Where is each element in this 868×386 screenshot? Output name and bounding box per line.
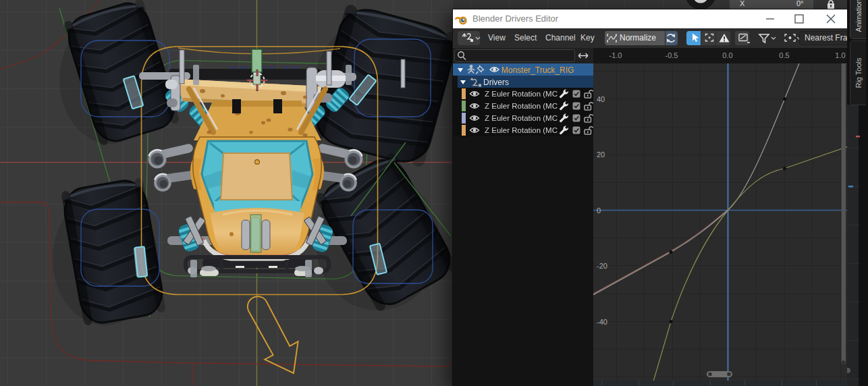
svg-text:40: 40 [597,95,605,103]
svg-text:20: 20 [597,150,605,159]
svg-text:0: 0 [597,206,601,215]
svg-text:-20: -20 [597,262,607,270]
svg-text:-40: -40 [597,318,607,326]
